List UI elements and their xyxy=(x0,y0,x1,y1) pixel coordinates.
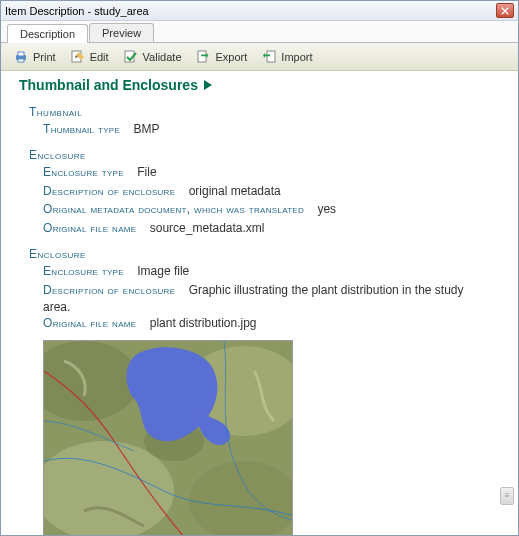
enclosure-image xyxy=(43,340,293,535)
tab-description[interactable]: Description xyxy=(7,24,88,43)
window-frame: Item Description - study_area Descriptio… xyxy=(0,0,519,536)
titlebar: Item Description - study_area xyxy=(1,1,518,21)
thumbnail-heading: Thumbnail xyxy=(29,105,500,119)
edit-button[interactable]: Edit xyxy=(64,46,115,68)
window-title: Item Description - study_area xyxy=(5,5,496,17)
enclosure2-origfile-value: plant distribution.jpg xyxy=(150,316,257,330)
enclosure1-origfile-label: Original file name xyxy=(43,221,136,235)
thumbnail-type-label: Thumbnail type xyxy=(43,122,120,136)
enclosure2-type-label: Enclosure type xyxy=(43,264,124,278)
enclosure1-origmeta-label: Original metadata document, which was tr… xyxy=(43,202,304,216)
close-button[interactable] xyxy=(496,3,514,18)
edit-icon xyxy=(70,49,86,65)
export-label: Export xyxy=(216,51,248,63)
map-illustration xyxy=(44,341,293,535)
validate-icon xyxy=(123,49,139,65)
enclosure1-origfile-value: source_metadata.xml xyxy=(150,221,265,235)
svg-rect-6 xyxy=(267,51,275,62)
enclosure2-heading: Enclosure xyxy=(29,247,500,261)
export-icon xyxy=(196,49,212,65)
edit-label: Edit xyxy=(90,51,109,63)
content-pane[interactable]: Thumbnail and Enclosures Thumbnail Thumb… xyxy=(1,71,518,535)
validate-button[interactable]: Validate xyxy=(117,46,188,68)
tab-strip: Description Preview xyxy=(1,21,518,43)
validate-label: Validate xyxy=(143,51,182,63)
enclosure1-heading: Enclosure xyxy=(29,148,500,162)
import-label: Import xyxy=(281,51,312,63)
svg-rect-1 xyxy=(18,52,24,56)
enclosure2-desc-label: Description of enclosure xyxy=(43,283,175,297)
export-button[interactable]: Export xyxy=(190,46,254,68)
enclosure2-origfile-label: Original file name xyxy=(43,316,136,330)
enclosure2-type-value: Image file xyxy=(137,264,189,278)
section-title: Thumbnail and Enclosures xyxy=(19,77,198,93)
svg-rect-2 xyxy=(18,59,24,62)
toolbar: Print Edit Validate Export Import xyxy=(1,43,518,71)
import-icon xyxy=(261,49,277,65)
section-header[interactable]: Thumbnail and Enclosures xyxy=(19,77,500,93)
enclosure1-desc-value: original metadata xyxy=(189,184,281,198)
close-icon xyxy=(501,7,509,15)
enclosure1-type-value: File xyxy=(137,165,156,179)
tab-preview[interactable]: Preview xyxy=(89,23,154,42)
print-label: Print xyxy=(33,51,56,63)
enclosure1-type-label: Enclosure type xyxy=(43,165,124,179)
scrollbar-thumb[interactable] xyxy=(500,487,514,505)
svg-rect-5 xyxy=(198,51,206,62)
import-button[interactable]: Import xyxy=(255,46,318,68)
expand-icon xyxy=(204,80,212,90)
print-button[interactable]: Print xyxy=(7,46,62,68)
print-icon xyxy=(13,49,29,65)
enclosure1-desc-label: Description of enclosure xyxy=(43,184,175,198)
thumbnail-type-value: BMP xyxy=(133,122,159,136)
enclosure1-origmeta-value: yes xyxy=(317,202,336,216)
